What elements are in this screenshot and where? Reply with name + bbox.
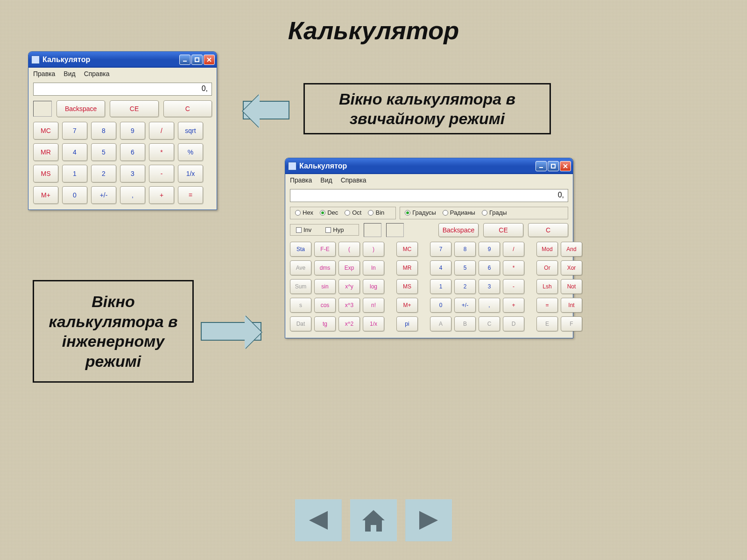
key--[interactable]: , xyxy=(479,298,500,313)
key-mc[interactable]: MC xyxy=(33,122,58,140)
key-x-y[interactable]: x^y xyxy=(338,279,360,294)
key--[interactable]: - xyxy=(503,279,524,294)
key-log[interactable]: log xyxy=(363,279,384,294)
key--[interactable]: +/- xyxy=(454,298,476,313)
radio-dec[interactable]: Dec xyxy=(320,209,338,216)
key-m+[interactable]: M+ xyxy=(33,186,58,204)
c-button[interactable]: C xyxy=(528,223,568,237)
key-ln[interactable]: ln xyxy=(363,260,384,275)
nav-prev-button[interactable] xyxy=(295,499,342,541)
minimize-button[interactable] xyxy=(179,55,190,65)
standard-titlebar[interactable]: Калькулятор xyxy=(28,52,217,68)
backspace-button[interactable]: Backspace xyxy=(56,100,105,117)
key-0[interactable]: 0 xyxy=(62,186,87,204)
nav-home-button[interactable] xyxy=(350,499,397,541)
key-int[interactable]: Int xyxy=(561,298,582,313)
radio-angle[interactable]: Градусы xyxy=(405,209,436,216)
key-,[interactable]: , xyxy=(120,186,145,204)
key-2[interactable]: 2 xyxy=(91,165,116,182)
key--[interactable]: - xyxy=(149,165,174,182)
key-mr[interactable]: MR xyxy=(396,260,418,275)
key-1/x[interactable]: 1/x xyxy=(178,165,203,182)
key-7[interactable]: 7 xyxy=(62,122,87,140)
scientific-titlebar[interactable]: Калькулятор xyxy=(285,158,573,174)
inv-checkbox[interactable]: Inv xyxy=(296,226,311,233)
key-sta[interactable]: Sta xyxy=(290,242,311,257)
key-%[interactable]: % xyxy=(178,143,203,161)
key-xor[interactable]: Xor xyxy=(561,260,582,275)
key-lsh[interactable]: Lsh xyxy=(536,279,558,294)
radio-bin[interactable]: Bin xyxy=(368,209,384,216)
key--[interactable]: * xyxy=(503,260,524,275)
backspace-button[interactable]: Backspace xyxy=(438,223,479,237)
key-2[interactable]: 2 xyxy=(454,279,476,294)
key-mc[interactable]: MC xyxy=(396,242,418,257)
menu-item[interactable]: Правка xyxy=(290,176,312,184)
key-tg[interactable]: tg xyxy=(314,316,336,331)
key-n-[interactable]: n! xyxy=(363,298,384,313)
key-=[interactable]: = xyxy=(178,186,203,204)
close-button[interactable] xyxy=(204,55,215,65)
key-ave[interactable]: Ave xyxy=(290,260,311,275)
key-sin[interactable]: sin xyxy=(314,279,336,294)
key-1[interactable]: 1 xyxy=(62,165,87,182)
key-1[interactable]: 1 xyxy=(430,279,451,294)
key-mr[interactable]: MR xyxy=(33,143,58,161)
key-6[interactable]: 6 xyxy=(120,143,145,161)
ce-button[interactable]: CE xyxy=(483,223,523,237)
key-and[interactable]: And xyxy=(561,242,582,257)
ce-button[interactable]: CE xyxy=(110,100,158,117)
key--[interactable]: ( xyxy=(338,242,360,257)
key-4[interactable]: 4 xyxy=(430,260,451,275)
key-s[interactable]: s xyxy=(290,298,311,313)
key-x-3[interactable]: x^3 xyxy=(338,298,360,313)
key-+[interactable]: + xyxy=(149,186,174,204)
key-mod[interactable]: Mod xyxy=(536,242,558,257)
key-8[interactable]: 8 xyxy=(91,122,116,140)
key-d[interactable]: D xyxy=(503,316,524,331)
key-1-x[interactable]: 1/x xyxy=(363,316,384,331)
radio-hex[interactable]: Hex xyxy=(295,209,313,216)
key-cos[interactable]: cos xyxy=(314,298,336,313)
key-9[interactable]: 9 xyxy=(479,242,500,257)
close-button[interactable] xyxy=(560,161,571,171)
key-c[interactable]: C xyxy=(479,316,500,331)
key-f[interactable]: F xyxy=(561,316,582,331)
key-m-[interactable]: M+ xyxy=(396,298,418,313)
key--[interactable]: / xyxy=(503,242,524,257)
key-0[interactable]: 0 xyxy=(430,298,451,313)
key-6[interactable]: 6 xyxy=(479,260,500,275)
menu-item[interactable]: Вид xyxy=(63,70,75,77)
menu-item[interactable]: Вид xyxy=(320,176,332,184)
radio-angle[interactable]: Радианы xyxy=(443,209,475,216)
key-e[interactable]: E xyxy=(536,316,558,331)
key--[interactable]: ) xyxy=(363,242,384,257)
key-5[interactable]: 5 xyxy=(454,260,476,275)
key-sum[interactable]: Sum xyxy=(290,279,311,294)
key-b[interactable]: B xyxy=(454,316,476,331)
menu-item[interactable]: Справка xyxy=(341,176,366,184)
key-dat[interactable]: Dat xyxy=(290,316,311,331)
key-+/-[interactable]: +/- xyxy=(91,186,116,204)
c-button[interactable]: C xyxy=(163,100,212,117)
nav-next-button[interactable] xyxy=(405,499,452,541)
key-4[interactable]: 4 xyxy=(62,143,87,161)
key-/[interactable]: / xyxy=(149,122,174,140)
key--[interactable]: + xyxy=(503,298,524,313)
key-8[interactable]: 8 xyxy=(454,242,476,257)
key-3[interactable]: 3 xyxy=(120,165,145,182)
key-exp[interactable]: Exp xyxy=(338,260,360,275)
key-x-2[interactable]: x^2 xyxy=(338,316,360,331)
menu-item[interactable]: Правка xyxy=(33,70,55,77)
key-a[interactable]: A xyxy=(430,316,451,331)
key-*[interactable]: * xyxy=(149,143,174,161)
key--[interactable]: = xyxy=(536,298,558,313)
key-9[interactable]: 9 xyxy=(120,122,145,140)
minimize-button[interactable] xyxy=(536,161,547,171)
menu-item[interactable]: Справка xyxy=(84,70,110,77)
key-3[interactable]: 3 xyxy=(479,279,500,294)
key-ms[interactable]: MS xyxy=(396,279,418,294)
key-dms[interactable]: dms xyxy=(314,260,336,275)
key-7[interactable]: 7 xyxy=(430,242,451,257)
key-ms[interactable]: MS xyxy=(33,165,58,182)
